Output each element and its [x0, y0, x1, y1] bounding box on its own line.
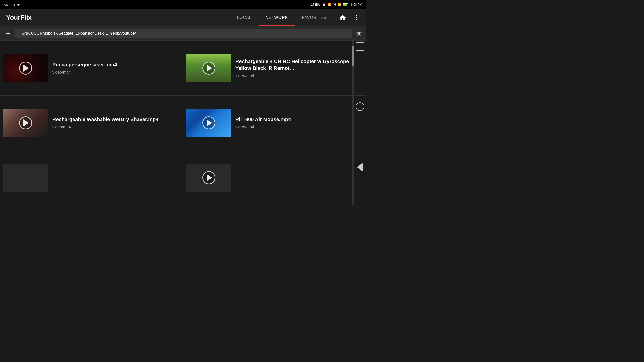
back-button[interactable]: ← — [4, 29, 11, 37]
play-button[interactable] — [202, 62, 215, 75]
usb-icon-1: ⊕ — [12, 3, 15, 7]
play-button[interactable] — [202, 171, 215, 184]
video-title: Rechargeable 4 CH RC Helicopter w Gyrosc… — [235, 58, 362, 72]
play-icon — [207, 174, 212, 181]
video-title: Rii r900 Air Mouse.mp4 — [235, 116, 362, 123]
list-item[interactable]: Pucca persegue laser .mp4 video/mp4 — [0, 41, 183, 96]
play-button[interactable] — [19, 62, 32, 75]
play-button[interactable] — [19, 116, 32, 129]
list-item[interactable]: Rii r900 Air Mouse.mp4 video/mp4 — [183, 96, 366, 150]
play-button[interactable] — [202, 116, 215, 129]
status-left: Vivo ⊕ ⊕ — [4, 3, 20, 7]
side-controls — [354, 9, 366, 205]
circle-button[interactable] — [356, 102, 364, 111]
scrollbar-thumb[interactable] — [352, 46, 354, 66]
video-grid: Pucca persegue laser .mp4 video/mp4 Rech… — [0, 41, 366, 205]
list-item[interactable]: Rechargeable 4 CH RC Helicopter w Gyrosc… — [183, 41, 366, 96]
video-type: video/mp4 — [52, 70, 179, 75]
list-item[interactable] — [0, 150, 183, 205]
thumbnail — [186, 164, 231, 192]
video-info: Pucca persegue laser .mp4 video/mp4 — [52, 61, 179, 75]
battery-icon — [343, 3, 349, 6]
video-info: Rechargeable 4 CH RC Helicopter w Gyrosc… — [235, 58, 362, 78]
app-bar: YourFlix LOCAL NETWORK FAVORITES — [0, 9, 366, 26]
thumbnail — [3, 54, 48, 82]
video-info: Rechargeable Washable WetDry Shaver.mp4 … — [52, 116, 179, 129]
status-right: 178B/s ⏰ 📶 46 📶 6:08 PM — [311, 3, 362, 6]
status-bar: Vivo ⊕ ⊕ 178B/s ⏰ 📶 46 📶 6:08 PM — [0, 0, 366, 9]
tab-favorites[interactable]: FAVORITES — [295, 9, 334, 26]
thumbnail — [3, 164, 48, 192]
play-icon — [23, 119, 29, 126]
time-display: 6:08 PM — [351, 3, 362, 6]
carrier-name: Vivo — [4, 3, 10, 7]
scrollbar[interactable] — [352, 41, 354, 205]
list-item[interactable]: Rechargeable Washable WetDry Shaver.mp4 … — [0, 96, 183, 150]
video-type: video/mp4 — [235, 125, 362, 129]
play-icon — [207, 119, 212, 126]
video-info: Rii r900 Air Mouse.mp4 video/mp4 — [235, 116, 362, 129]
tab-network[interactable]: NETWORK — [259, 9, 295, 26]
usb-icon-2: ⊕ — [17, 3, 20, 7]
wifi-icon: 📶 — [327, 3, 331, 6]
home-button[interactable] — [338, 13, 348, 23]
video-type: video/mp4 — [52, 125, 179, 129]
signal-icon: 📶 — [337, 3, 341, 6]
thumbnail — [186, 54, 231, 82]
path-input[interactable] — [15, 29, 352, 38]
home-icon — [339, 14, 346, 21]
play-icon — [23, 65, 29, 72]
alarm-icon: ⏰ — [322, 3, 326, 6]
play-icon — [207, 65, 212, 72]
video-type: video/mp4 — [235, 74, 362, 78]
back-arrow-button[interactable] — [357, 163, 363, 172]
video-title: Pucca persegue laser .mp4 — [52, 61, 179, 68]
video-title: Rechargeable Washable WetDry Shaver.mp4 — [52, 116, 179, 123]
list-item[interactable] — [183, 150, 366, 205]
square-button[interactable] — [356, 42, 364, 51]
nav-tabs: LOCAL NETWORK FAVORITES — [230, 9, 334, 26]
thumbnail — [3, 109, 48, 137]
path-bar: ← ★ — [0, 26, 366, 41]
app-title: YourFlix — [6, 14, 32, 21]
tab-local[interactable]: LOCAL — [230, 9, 258, 26]
network-type: 46 — [333, 3, 336, 6]
network-speed: 178B/s — [311, 3, 320, 6]
thumbnail — [186, 109, 231, 137]
